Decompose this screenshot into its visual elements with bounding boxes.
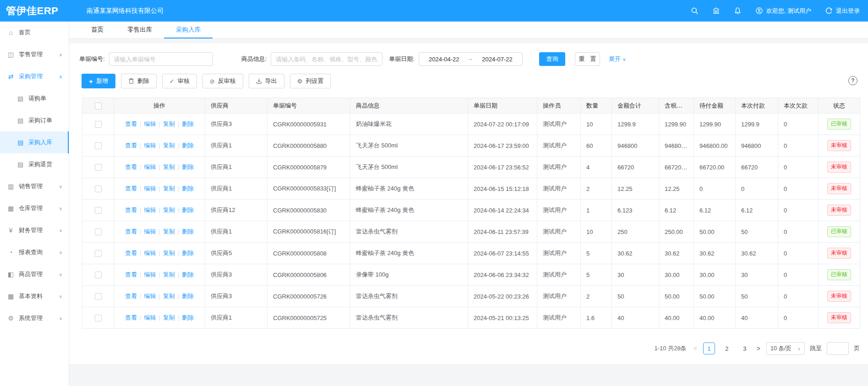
view-link[interactable]: 查看 — [125, 314, 137, 321]
row-checkbox[interactable] — [95, 293, 102, 300]
view-link[interactable]: 查看 — [125, 163, 137, 170]
view-link[interactable]: 查看 — [125, 293, 137, 299]
row-checkbox[interactable] — [95, 121, 102, 128]
delete-link[interactable]: 删除 — [182, 314, 194, 321]
row-checkbox[interactable] — [95, 142, 102, 149]
edit-link[interactable]: 编辑 — [144, 228, 156, 235]
page-1[interactable]: 1 — [703, 343, 715, 354]
sidebar-item-purchase-inbound[interactable]: ▤采购入库 — [0, 131, 69, 153]
sidebar-item-home[interactable]: ⌂首页 — [0, 22, 69, 43]
sidebar-item-purchase-order[interactable]: ▤采购订单 — [0, 109, 69, 131]
sidebar-item-report[interactable]: ◔报表查询∨ — [0, 241, 69, 263]
copy-link[interactable]: 复制 — [163, 163, 175, 170]
select-all-checkbox[interactable] — [95, 103, 102, 109]
sidebar-item-system[interactable]: ⚙系统管理∨ — [0, 307, 69, 329]
delete-link[interactable]: 删除 — [182, 185, 194, 192]
status-badge: 未审核 — [827, 291, 851, 302]
delete-link[interactable]: 删除 — [182, 120, 194, 127]
tab-home[interactable]: 首页 — [79, 22, 115, 38]
copy-link[interactable]: 复制 — [163, 120, 175, 127]
sidebar-item-sales[interactable]: ▥销售管理∨ — [0, 175, 69, 197]
audit-button[interactable]: ✓ 审核 — [162, 74, 197, 88]
sidebar-item-purchase-return[interactable]: ▤采购退货 — [0, 153, 69, 175]
row-checkbox[interactable] — [95, 272, 102, 278]
edit-link[interactable]: 编辑 — [144, 142, 156, 149]
copy-link[interactable]: 复制 — [163, 250, 175, 256]
view-link[interactable]: 查看 — [125, 271, 137, 278]
search-icon[interactable] — [691, 7, 699, 15]
edit-link[interactable]: 编辑 — [144, 293, 156, 299]
bill-no-input[interactable] — [109, 52, 213, 66]
logout-icon — [825, 7, 833, 15]
expand-link[interactable]: 展开 ∨ — [609, 55, 626, 63]
sidebar-item-retail[interactable]: ◫零售管理∨ — [0, 43, 69, 65]
row-checkbox[interactable] — [95, 185, 102, 192]
table-body: 查看|编辑|复制|删除供应商3CGRK00000005931奶油味爆米花2024… — [82, 114, 860, 329]
sidebar-item-purchase[interactable]: ⇄采购管理∧ — [0, 65, 69, 87]
row-checkbox[interactable] — [95, 164, 102, 171]
page-3[interactable]: 3 — [739, 343, 751, 354]
search-button[interactable]: 查询 — [539, 52, 565, 66]
edit-link[interactable]: 编辑 — [144, 271, 156, 278]
add-button[interactable]: + 新增 — [82, 74, 115, 88]
row-checkbox[interactable] — [95, 207, 102, 214]
bank-icon[interactable] — [712, 7, 720, 15]
row-checkbox[interactable] — [95, 315, 102, 321]
edit-link[interactable]: 编辑 — [144, 185, 156, 192]
edit-link[interactable]: 编辑 — [144, 120, 156, 127]
view-link[interactable]: 查看 — [125, 250, 137, 256]
unaudit-button[interactable]: ⊘ 反审核 — [202, 74, 243, 88]
delete-link[interactable]: 删除 — [182, 271, 194, 278]
export-button[interactable]: 导出 — [249, 74, 284, 88]
sidebar-item-purchase-request[interactable]: ▤请购单 — [0, 87, 69, 109]
sidebar-item-finance[interactable]: ¥财务管理∨ — [0, 219, 69, 241]
view-link[interactable]: 查看 — [125, 228, 137, 235]
delete-link[interactable]: 删除 — [182, 293, 194, 299]
view-link[interactable]: 查看 — [125, 185, 137, 192]
cell-supplier: 供应商12 — [205, 200, 267, 221]
help-icon[interactable]: ? — [848, 76, 857, 85]
edit-link[interactable]: 编辑 — [144, 250, 156, 256]
cell-tax_amount: 30.00 — [659, 264, 694, 286]
delete-link[interactable]: 删除 — [182, 250, 194, 256]
row-checkbox[interactable] — [95, 228, 102, 235]
delete-link[interactable]: 删除 — [182, 142, 194, 149]
edit-link[interactable]: 编辑 — [144, 163, 156, 170]
cell-tax_amount: 12.25 — [659, 178, 694, 200]
bell-icon[interactable] — [734, 7, 742, 15]
sidebar-item-goods[interactable]: ◧商品管理∨ — [0, 263, 69, 285]
view-link[interactable]: 查看 — [125, 142, 137, 149]
tab-purchase-inbound[interactable]: 采购入库 — [164, 22, 213, 38]
tab-retail-outbound[interactable]: 零售出库 — [115, 22, 164, 38]
user-menu[interactable]: 欢迎您, 测试用户 — [755, 7, 811, 15]
delete-link[interactable]: 删除 — [182, 207, 194, 213]
copy-link[interactable]: 复制 — [163, 314, 175, 321]
page-size-select[interactable]: 10 条/页 ∨ — [766, 342, 805, 355]
copy-link[interactable]: 复制 — [163, 142, 175, 149]
copy-link[interactable]: 复制 — [163, 185, 175, 192]
view-link[interactable]: 查看 — [125, 120, 137, 127]
product-info-input[interactable] — [271, 52, 382, 66]
column-settings-button[interactable]: ⚙ 列设置 — [290, 74, 331, 88]
date-range-input[interactable]: 2024-04-22 ~ 2024-07-22 — [419, 52, 523, 66]
delete-link[interactable]: 删除 — [182, 228, 194, 235]
logout-button[interactable]: 退出登录 — [825, 7, 860, 15]
copy-link[interactable]: 复制 — [163, 271, 175, 278]
edit-link[interactable]: 编辑 — [144, 314, 156, 321]
page-2[interactable]: 2 — [721, 343, 733, 354]
row-checkbox[interactable] — [95, 250, 102, 257]
sidebar-item-warehouse[interactable]: ▦仓库管理∨ — [0, 197, 69, 219]
jump-page-input[interactable] — [827, 342, 849, 355]
view-link[interactable]: 查看 — [125, 207, 137, 213]
delete-link[interactable]: 删除 — [182, 163, 194, 170]
prev-page-button[interactable]: < — [693, 345, 698, 352]
delete-button[interactable]: 删除 — [121, 74, 157, 88]
cell-qty: 5 — [581, 243, 612, 264]
copy-link[interactable]: 复制 — [163, 293, 175, 299]
edit-link[interactable]: 编辑 — [144, 207, 156, 213]
sidebar-item-basic[interactable]: ▩基本资料∨ — [0, 285, 69, 307]
copy-link[interactable]: 复制 — [163, 228, 175, 235]
next-page-button[interactable]: > — [756, 345, 761, 352]
copy-link[interactable]: 复制 — [163, 207, 175, 213]
reset-button[interactable]: 重 置 — [575, 52, 600, 66]
